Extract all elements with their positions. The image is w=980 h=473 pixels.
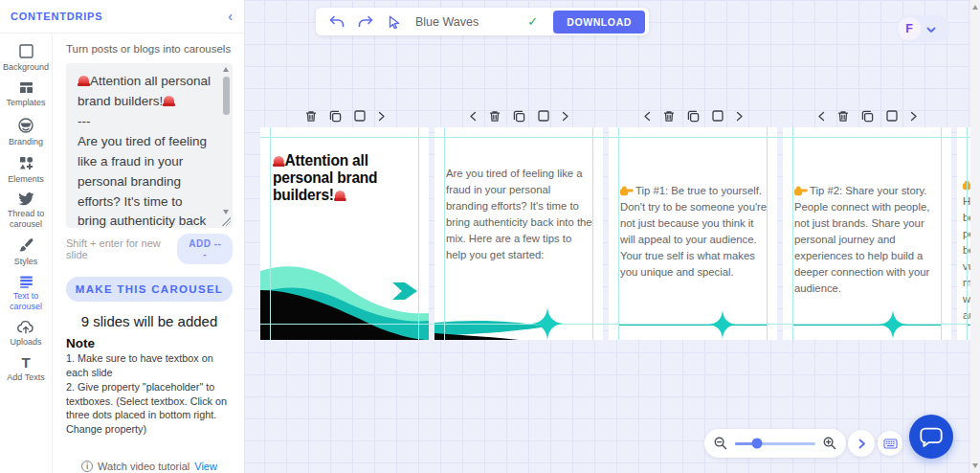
arrow-chevron-graphic <box>392 282 417 300</box>
twitter-bird-icon <box>18 192 34 206</box>
sidebar-item-label: Add Texts <box>7 372 44 382</box>
panel-header: Turn posts or blogs into carousels <box>66 43 233 55</box>
slide-1-title[interactable]: Attention all personal brand builders! <box>273 152 414 204</box>
tutorial-view-link[interactable]: View <box>194 461 217 472</box>
page-scrollbar[interactable] <box>970 0 980 473</box>
add-text-icon: T <box>21 355 30 370</box>
chevron-right-icon[interactable] <box>378 111 385 122</box>
slide-1[interactable]: Attention all personal brand builders! <box>260 127 429 340</box>
post-text-divider: --- <box>78 112 213 132</box>
resize-handle-icon[interactable] <box>222 217 231 226</box>
chevron-left-icon[interactable] <box>470 111 477 122</box>
tutorial-row: i Watch video tutorial View <box>66 461 233 472</box>
frame-icon[interactable] <box>354 110 366 122</box>
trash-icon[interactable] <box>663 110 675 123</box>
slide-3-text[interactable]: Tip #1: Be true to yourself. Don't try t… <box>620 183 768 281</box>
chevron-right-icon[interactable] <box>736 111 743 122</box>
sidebar-item-templates[interactable]: Templates <box>0 80 53 107</box>
duplicate-icon[interactable] <box>513 110 525 123</box>
text-lines-icon <box>18 275 34 288</box>
app-header: CONTENTDRIPS ‹ <box>0 0 244 34</box>
vertical-guide <box>767 127 768 340</box>
trash-icon[interactable] <box>489 110 501 123</box>
sidebar-item-background[interactable]: Background <box>0 43 53 72</box>
frame-icon[interactable] <box>712 110 724 122</box>
chevron-down-icon <box>926 20 936 37</box>
sidebar-item-branding[interactable]: Branding <box>0 117 53 146</box>
download-button[interactable]: DOWNLOAD <box>553 11 645 34</box>
vertical-guide <box>270 127 271 340</box>
zoom-in-icon[interactable] <box>823 437 836 450</box>
collapse-panel-icon[interactable]: ‹ <box>228 10 233 23</box>
account-menu[interactable]: F <box>896 15 949 42</box>
scroll-down-arrow-icon[interactable] <box>223 210 229 214</box>
chat-support-button[interactable] <box>909 415 953 459</box>
siren-icon <box>78 76 90 86</box>
scrollbar-thumb[interactable] <box>223 77 230 115</box>
sidebar-item-elements[interactable]: Elements <box>0 155 53 184</box>
templates-icon <box>18 80 34 95</box>
slide-2[interactable]: Are you tired of feeling like a fraud in… <box>434 127 603 340</box>
sidebar-item-label: Styles <box>14 257 38 266</box>
branding-icon <box>17 117 34 134</box>
pointer-cursor-icon[interactable] <box>389 15 400 29</box>
avatar: F <box>898 17 921 40</box>
slide-4-text-content: Tip #2: Share your story. People connect… <box>794 185 929 294</box>
slide-1-title-text: Attention all personal brand builders! <box>273 152 377 203</box>
siren-icon <box>273 156 285 167</box>
cloud-upload-icon <box>17 320 34 334</box>
sidebar-item-thread-to-carousel[interactable]: Thread to carousel <box>0 192 53 229</box>
slides-count-note: 9 slides will be added <box>66 313 233 329</box>
wave-tail-graphic <box>434 315 603 340</box>
duplicate-icon[interactable] <box>329 110 342 123</box>
trash-icon[interactable] <box>837 110 849 123</box>
background-icon <box>18 43 34 59</box>
chevron-right-icon[interactable] <box>910 111 917 122</box>
redo-icon[interactable] <box>358 15 373 28</box>
slide-3[interactable]: Tip #1: Be true to yourself. Don't try t… <box>609 127 777 340</box>
trash-icon[interactable] <box>305 110 317 123</box>
post-text: Attention all personal brand builders! <box>78 72 213 112</box>
zoom-slider[interactable] <box>735 442 815 445</box>
sidebar-item-uploads[interactable]: Uploads <box>0 320 53 347</box>
design-title[interactable]: Blue Waves <box>415 15 479 29</box>
tutorial-text: Watch video tutorial <box>98 461 189 472</box>
add-button[interactable]: ADD --- <box>177 234 233 264</box>
zoom-out-icon[interactable] <box>714 437 727 450</box>
slide-4[interactable]: Tip #2: Share your story. People connect… <box>783 127 951 340</box>
chevron-right-icon[interactable] <box>562 111 568 122</box>
undo-icon[interactable] <box>329 15 345 28</box>
sidebar-item-add-texts[interactable]: T Add Texts <box>0 355 53 382</box>
sidebar-item-styles[interactable]: Styles <box>0 237 53 266</box>
note-line-2: 2. Give property "placeholder" to textbo… <box>66 380 233 436</box>
sparkle-icon <box>708 310 737 339</box>
chevron-left-icon[interactable] <box>644 111 651 122</box>
make-carousel-button[interactable]: MAKE THIS CAROUSEL <box>66 277 233 302</box>
keyboard-shortcuts-button[interactable] <box>878 431 902 456</box>
scroll-down-arrow-icon[interactable] <box>972 463 978 468</box>
expand-controls-button[interactable] <box>848 430 875 457</box>
frame-icon[interactable] <box>538 110 549 122</box>
slide-2-text[interactable]: Are you tired of feeling like a fraud in… <box>446 166 593 263</box>
chevron-left-icon[interactable] <box>818 111 825 122</box>
sidebar-item-label: Templates <box>6 98 45 107</box>
frame-icon[interactable] <box>886 110 898 122</box>
chat-bubble-icon <box>919 425 944 448</box>
sidebar-item-label: Elements <box>8 174 44 184</box>
new-slide-hint: Shift + enter for new slide <box>66 237 177 260</box>
pointing-hand-icon <box>794 185 808 196</box>
duplicate-icon[interactable] <box>687 110 700 123</box>
post-textarea[interactable]: Attention all personal brand builders! -… <box>66 63 233 228</box>
note-line-1: 1. Make sure to have textbox on each sli… <box>66 351 233 379</box>
slide-4-text[interactable]: Tip #2: Share your story. People connect… <box>794 183 942 297</box>
sidebar-item-text-to-carousel[interactable]: Text to carousel <box>0 275 53 311</box>
pointing-hand-icon <box>620 185 634 196</box>
sparkle-icon <box>879 310 907 339</box>
zoom-slider-handle[interactable] <box>751 439 762 449</box>
duplicate-icon[interactable] <box>861 110 874 123</box>
scroll-up-arrow-icon[interactable] <box>972 5 978 10</box>
keyboard-icon <box>883 439 898 449</box>
scroll-up-arrow-icon[interactable] <box>223 67 229 72</box>
textarea-scrollbar[interactable] <box>222 65 231 226</box>
vertical-guide <box>967 127 968 340</box>
